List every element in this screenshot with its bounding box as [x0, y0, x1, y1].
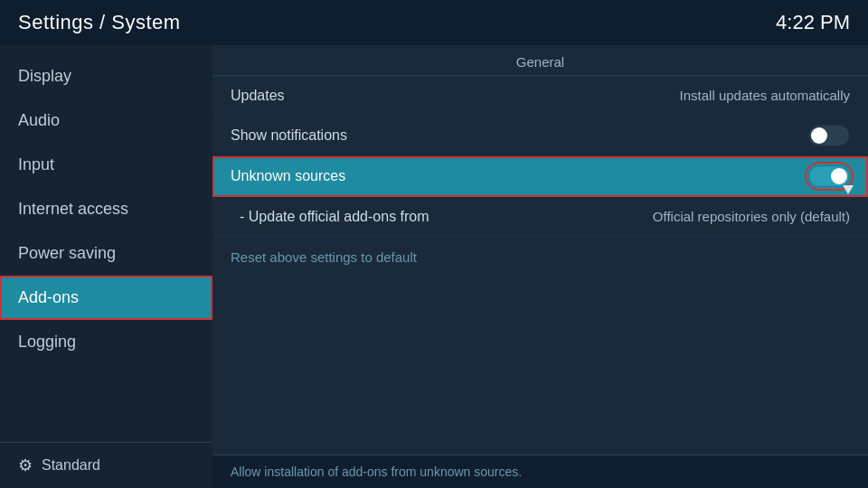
- main-layout: Display Audio Input Internet access Powe…: [0, 45, 868, 488]
- toggle-show-notifications[interactable]: [808, 125, 850, 146]
- sidebar-label-internet-access: Internet access: [18, 200, 128, 218]
- toggle-knob-unknown-sources: [831, 168, 847, 184]
- sidebar: Display Audio Input Internet access Powe…: [0, 45, 212, 488]
- setting-row-unknown-sources[interactable]: Unknown sources: [212, 156, 868, 197]
- bottom-bar: Allow installation of add-ons from unkno…: [212, 455, 868, 488]
- toggle-wrapper-show-notifications: [808, 125, 850, 146]
- sidebar-label-add-ons: Add-ons: [18, 288, 79, 306]
- setting-row-update-official-addons[interactable]: - Update official add-ons from Official …: [212, 197, 868, 237]
- setting-value-update-official-addons: Official repositories only (default): [653, 209, 850, 224]
- setting-row-updates[interactable]: Updates Install updates automatically: [212, 76, 868, 116]
- setting-row-show-notifications[interactable]: Show notifications: [212, 116, 868, 156]
- sidebar-item-audio[interactable]: Audio: [0, 99, 212, 143]
- sidebar-item-power-saving[interactable]: Power saving: [0, 231, 212, 276]
- sidebar-item-logging[interactable]: Logging: [0, 320, 212, 364]
- toggle-unknown-sources[interactable]: [808, 165, 850, 187]
- toggle-wrapper-unknown-sources: [808, 165, 850, 187]
- sidebar-label-audio: Audio: [18, 111, 60, 129]
- setting-label-updates: Updates: [231, 88, 285, 104]
- sidebar-footer-label: Standard: [42, 457, 100, 474]
- gear-icon: ⚙: [18, 455, 33, 475]
- sidebar-label-power-saving: Power saving: [18, 244, 116, 262]
- header: Settings / System 4:22 PM: [0, 0, 868, 45]
- sidebar-item-input[interactable]: Input: [0, 143, 212, 187]
- setting-label-update-official-addons: - Update official add-ons from: [240, 209, 429, 225]
- sidebar-item-internet-access[interactable]: Internet access: [0, 187, 212, 231]
- setting-label-unknown-sources: Unknown sources: [231, 168, 345, 184]
- sidebar-item-add-ons[interactable]: Add-ons: [0, 276, 212, 320]
- page-title: Settings / System: [18, 11, 181, 34]
- footer-description: Allow installation of add-ons from unkno…: [231, 465, 522, 479]
- clock: 4:22 PM: [776, 11, 850, 34]
- sidebar-label-input: Input: [18, 155, 54, 174]
- setting-row-reset[interactable]: Reset above settings to default: [212, 237, 868, 277]
- section-title: General: [212, 45, 868, 76]
- sidebar-item-display[interactable]: Display: [0, 54, 212, 99]
- settings-list: Updates Install updates automatically Sh…: [212, 76, 868, 455]
- setting-value-updates: Install updates automatically: [680, 88, 850, 103]
- setting-label-show-notifications: Show notifications: [231, 127, 347, 144]
- reset-label[interactable]: Reset above settings to default: [231, 249, 417, 265]
- toggle-knob-show-notifications: [811, 127, 827, 144]
- content-area: General Updates Install updates automati…: [212, 45, 868, 488]
- sidebar-footer[interactable]: ⚙ Standard: [0, 442, 212, 488]
- sidebar-label-logging: Logging: [18, 333, 76, 351]
- sidebar-label-display: Display: [18, 67, 71, 85]
